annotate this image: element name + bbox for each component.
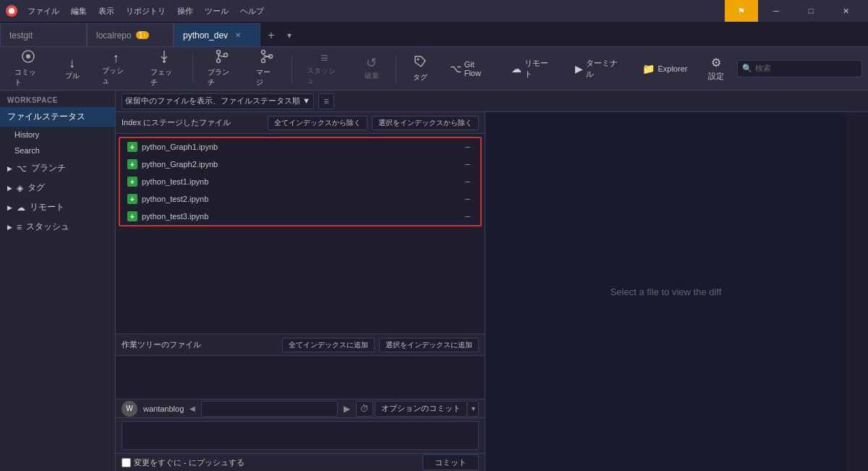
toolbar: コミット ↓ プル ↑ プッシュ フェッチ ブランチ マージ ≡ スタッシュ ↺… <box>0 47 868 90</box>
tab-label: testgit <box>9 30 33 41</box>
remote-label: リモート <box>524 58 554 80</box>
add-selected-btn[interactable]: 選択をインデックスに追加 <box>379 338 479 352</box>
explorer-label: Explorer <box>658 64 687 73</box>
remote-chevron-icon: ▶ <box>7 204 12 211</box>
svg-point-6 <box>261 51 265 54</box>
add-all-btn[interactable]: 全てインデックスに追加 <box>282 338 375 352</box>
sidebar-item-history[interactable]: History <box>0 127 115 143</box>
menu-help[interactable]: ヘルプ <box>236 4 268 18</box>
commit-branch-input[interactable] <box>201 401 338 417</box>
explorer-btn[interactable]: 📁 Explorer <box>635 60 695 77</box>
unstage-icon-2[interactable]: − <box>461 158 473 170</box>
unstage-icon-4[interactable]: − <box>461 193 473 205</box>
remove-all-btn[interactable]: 全てインデックスから除く <box>268 116 367 130</box>
remote-btn[interactable]: ☁ リモート <box>503 55 563 82</box>
gitflow-btn[interactable]: ⌥ Git Flow <box>441 57 501 80</box>
tag-chevron-icon: ▶ <box>7 184 12 192</box>
remove-selected-btn[interactable]: 選択をインデックスから除く <box>372 116 479 130</box>
menu-action[interactable]: 操作 <box>173 4 197 18</box>
close-btn[interactable]: ✕ <box>829 0 862 22</box>
minimize-btn[interactable]: ─ <box>760 0 793 22</box>
stash-label: スタッシュ <box>307 66 342 86</box>
svg-point-3 <box>216 51 220 54</box>
branch-toolbar-btn[interactable]: ブランチ <box>199 46 244 90</box>
tag-toolbar-btn[interactable]: タグ <box>402 51 438 85</box>
staged-section-header: Index にステージしたファイル 全てインデックスから除く 選択をインデックス… <box>116 112 485 134</box>
staged-file-2[interactable]: + python_Graph2.ipynb − <box>120 156 480 173</box>
menu-repo[interactable]: リポジトリ <box>122 4 170 18</box>
toolbar-separator-1 <box>192 54 193 83</box>
commit-icon <box>21 49 35 66</box>
tab-python-dev[interactable]: python_dev ✕ <box>174 23 260 46</box>
unstage-icon-1[interactable]: − <box>461 141 473 153</box>
settings-btn[interactable]: ⚙ 設定 <box>698 53 734 85</box>
menu-edit[interactable]: 編集 <box>67 4 91 18</box>
stash-section-label: スタッシュ <box>26 221 69 233</box>
workspace-label: WORKSPACE <box>0 90 115 107</box>
sidebar-item-file-status[interactable]: ファイルステータス <box>0 107 115 127</box>
worktree-files-panel: 作業ツリーのファイル 全てインデックスに追加 選択をインデックスに追加 W wa… <box>116 334 485 471</box>
staged-file-5[interactable]: + python_test3.ipynb − <box>120 208 480 225</box>
commit-options-dropdown-icon[interactable]: ▾ <box>469 401 479 417</box>
tag-section-label: タグ <box>27 182 45 194</box>
worktree-title: 作業ツリーのファイル <box>122 339 278 350</box>
discard-toolbar-btn[interactable]: ↺ 破棄 <box>354 54 390 84</box>
unstage-icon-5[interactable]: − <box>461 211 473 222</box>
history-label: History <box>14 130 39 139</box>
svg-point-1 <box>26 54 30 59</box>
terminal-icon: ▶ <box>575 63 583 75</box>
merge-toolbar-btn[interactable]: マージ <box>247 46 286 90</box>
settings-label: 設定 <box>708 71 724 82</box>
staged-file-4[interactable]: + python_test2.ipynb − <box>120 190 480 208</box>
titlebar: ファイル 編集 表示 リポジトリ 操作 ツール ヘルプ ⚑ ─ □ ✕ <box>0 0 868 22</box>
sidebar-stash-section[interactable]: ▶ ≡ スタッシュ <box>0 217 115 237</box>
fetch-toolbar-btn[interactable]: フェッチ <box>142 46 187 90</box>
menu-view[interactable]: 表示 <box>94 4 119 18</box>
sidebar-branch-section[interactable]: ▶ ⌥ ブランチ <box>0 158 115 178</box>
explorer-icon: 📁 <box>642 63 655 75</box>
add-icon-3: + <box>127 177 137 187</box>
stash-toolbar-btn[interactable]: ≡ スタッシュ <box>298 48 351 89</box>
commit-toolbar-btn[interactable]: コミット <box>6 46 51 90</box>
tab-label: python_dev <box>183 30 228 41</box>
tab-testgit[interactable]: testgit <box>0 23 87 46</box>
branch-label: ブランチ <box>208 67 236 88</box>
sidebar-item-search[interactable]: Search <box>0 143 115 158</box>
sidebar-tag-section[interactable]: ▶ ◈ タグ <box>0 178 115 198</box>
tab-close-icon[interactable]: ✕ <box>235 31 241 39</box>
push-checkbox[interactable] <box>122 458 131 467</box>
menu-tool[interactable]: ツール <box>200 4 233 18</box>
tab-dropdown-icon[interactable]: ▾ <box>282 25 297 46</box>
filter-menu-icon[interactable]: ≡ <box>318 93 334 109</box>
terminal-label: ターミナル <box>586 58 624 80</box>
staged-file-3[interactable]: + python_test1.ipynb − <box>120 173 480 190</box>
tab-localrepo[interactable]: localrepo 1↑ <box>87 23 174 46</box>
branch-icon: ⌥ <box>17 164 27 174</box>
menu-file[interactable]: ファイル <box>23 4 64 18</box>
unstage-icon-3[interactable]: − <box>461 176 473 187</box>
file-name-2: python_Graph2.ipynb <box>142 160 457 169</box>
merge-icon <box>260 49 274 66</box>
maximize-btn[interactable]: □ <box>794 0 827 22</box>
push-label: プッシュ <box>102 66 130 86</box>
commit-message-input[interactable] <box>122 421 479 450</box>
main-content: WORKSPACE ファイルステータス History Search ▶ ⌥ ブ… <box>0 90 868 471</box>
svg-point-4 <box>216 59 220 63</box>
window-controls: ⚑ ─ □ ✕ <box>725 0 862 22</box>
commit-area: W wantanblog ◀ ▶ ⏱ オプションのコミット ▾ <box>116 399 485 471</box>
search-box[interactable]: 🔍 検索 <box>737 60 862 77</box>
sidebar-remote-section[interactable]: ▶ ☁ リモート <box>0 198 115 217</box>
flag-btn[interactable]: ⚑ <box>725 0 758 22</box>
commit-time-btn[interactable]: ⏱ <box>356 401 373 417</box>
terminal-btn[interactable]: ▶ ターミナル <box>566 55 632 82</box>
content-area: 保留中のファイルを表示、ファイルステータス順 ▼ ≡ Index にステージした… <box>116 90 868 471</box>
search-placeholder: 検索 <box>755 63 771 74</box>
push-checkbox-label[interactable]: 変更をすぐに - にプッシュする <box>122 457 244 468</box>
new-tab-button[interactable]: + <box>260 25 282 46</box>
pull-toolbar-btn[interactable]: ↓ プル <box>54 54 90 84</box>
filter-select[interactable]: 保留中のファイルを表示、ファイルステータス順 ▼ <box>122 93 314 109</box>
commit-options-btn[interactable]: オプションのコミット <box>375 401 467 417</box>
staged-file-1[interactable]: + python_Graph1.ipynb − <box>120 138 480 156</box>
push-toolbar-btn[interactable]: ↑ プッシュ <box>93 48 139 89</box>
commit-button[interactable]: コミット <box>422 454 479 470</box>
